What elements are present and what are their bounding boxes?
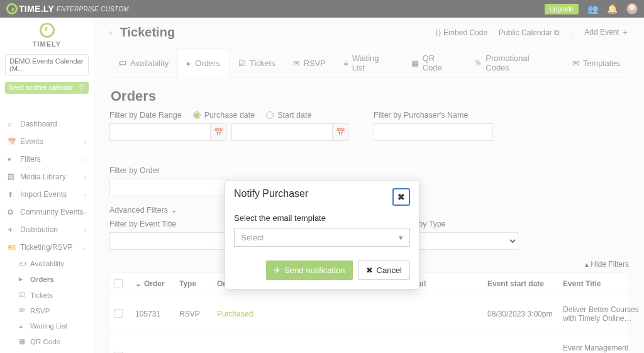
modal-title: Notify Purchaser	[234, 188, 308, 199]
template-select[interactable]: Select ▾	[234, 228, 410, 247]
modal-label: Select the email template	[234, 213, 410, 223]
modal-overlay[interactable]	[0, 0, 644, 353]
close-icon: ✖	[366, 266, 373, 275]
close-button[interactable]: ✖	[392, 188, 410, 206]
notify-purchaser-modal: Notify Purchaser ✖ Select the email temp…	[225, 180, 419, 289]
chevron-down-icon: ▾	[399, 233, 403, 242]
send-icon: ✈	[274, 266, 280, 275]
send-notification-button[interactable]: ✈Send notification	[266, 261, 352, 280]
select-placeholder: Select	[241, 233, 264, 242]
cancel-button[interactable]: ✖Cancel	[358, 261, 410, 280]
